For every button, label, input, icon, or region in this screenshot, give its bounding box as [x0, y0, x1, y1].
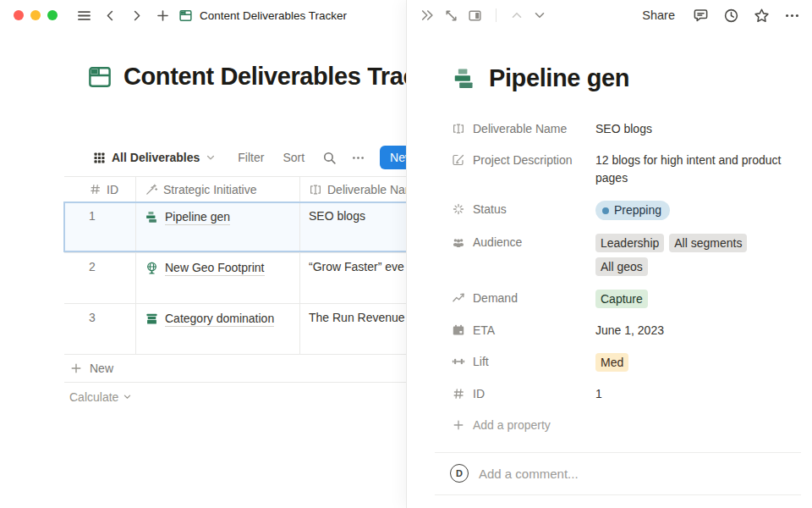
more-actions-icon[interactable] — [784, 8, 800, 24]
filter-button[interactable]: Filter — [238, 151, 264, 164]
close-peek-icon[interactable] — [420, 8, 435, 23]
window-controls — [14, 10, 58, 20]
next-record-icon[interactable] — [533, 8, 546, 22]
column-header-initiative[interactable]: Strategic Initiative — [135, 177, 299, 202]
status-spinner-icon — [452, 202, 465, 216]
wand-sparkle-icon — [145, 183, 158, 196]
database-icon — [178, 8, 193, 23]
demand-tag[interactable]: Capture — [595, 290, 648, 308]
zoom-window-button[interactable] — [47, 10, 58, 20]
cell-initiative[interactable]: New Geo Footprint — [135, 253, 299, 303]
page-link[interactable]: Pipeline gen — [165, 209, 230, 225]
new-row-label: New — [90, 362, 113, 375]
page-chip[interactable]: Pipeline gen — [145, 209, 299, 225]
page-link[interactable]: Category domination — [165, 311, 274, 327]
chevron-down-icon — [123, 392, 132, 401]
page-chip[interactable]: New Geo Footprint — [145, 260, 299, 276]
status-tag-label: Prepping — [614, 202, 661, 218]
page-link[interactable]: New Geo Footprint — [165, 260, 265, 276]
panel-toolbar-left — [420, 8, 546, 23]
search-icon[interactable] — [319, 147, 339, 168]
comment-input[interactable]: Add a comment... — [479, 467, 579, 481]
stack-page-icon — [145, 312, 159, 326]
view-tab-all-deliverables[interactable]: All Deliverables — [93, 151, 216, 164]
favorite-star-icon[interactable] — [754, 8, 770, 24]
hash-icon — [89, 183, 102, 196]
chevron-down-icon — [206, 152, 216, 163]
page-title[interactable]: Content Deliverables Tracker — [123, 63, 453, 91]
forward-icon[interactable] — [127, 6, 145, 25]
text-field-icon — [309, 183, 322, 196]
bar-chart-page-icon — [145, 210, 159, 224]
property-value: Prepping — [595, 201, 670, 220]
new-tab-icon[interactable] — [153, 6, 172, 25]
edit-pencil-icon — [452, 153, 465, 167]
people-icon — [452, 235, 465, 249]
tab-title: Content Deliverables Tracker — [200, 9, 347, 22]
nav-controls — [74, 6, 172, 25]
divider — [435, 494, 801, 495]
page-chip[interactable]: Category domination — [145, 311, 299, 327]
property-audience: Audience Leadership All segments All geo… — [452, 227, 801, 283]
property-id: ID 1 — [452, 378, 801, 410]
property-value[interactable]: SEO blogs — [595, 120, 652, 138]
property-label[interactable]: Status — [473, 201, 595, 218]
add-property-button[interactable]: Add a property — [452, 410, 801, 440]
property-label[interactable]: ID — [473, 385, 595, 402]
hamburger-menu-icon[interactable] — [74, 6, 93, 25]
property-demand: Demand Capture — [452, 283, 801, 315]
plus-icon — [69, 362, 83, 375]
table-view-icon — [93, 152, 106, 164]
text-field-icon — [452, 122, 465, 135]
minimize-window-button[interactable] — [30, 10, 41, 20]
hash-icon — [452, 387, 465, 400]
bar-chart-page-icon[interactable] — [452, 66, 477, 91]
previous-record-icon[interactable] — [510, 8, 524, 22]
property-project-description: Project Description 12 blogs for high in… — [452, 145, 801, 194]
back-icon[interactable] — [101, 6, 119, 25]
column-label-id: ID — [107, 183, 118, 196]
status-dot — [602, 207, 609, 214]
audience-tag[interactable]: Leadership — [595, 234, 664, 252]
panel-toolbar-right: Share — [642, 8, 800, 24]
comments-icon[interactable] — [693, 8, 709, 24]
property-label[interactable]: Project Description — [473, 152, 595, 168]
document-tab[interactable]: Content Deliverables Tracker — [178, 8, 347, 23]
panel-title-row: Pipeline gen — [452, 64, 801, 92]
lift-tag[interactable]: Med — [595, 353, 628, 372]
property-label[interactable]: Demand — [473, 290, 595, 306]
cell-id[interactable]: 3 — [64, 304, 135, 354]
column-header-id[interactable]: ID — [64, 177, 135, 202]
property-value[interactable]: 1 — [595, 385, 602, 403]
property-value: Capture — [595, 290, 648, 308]
share-button[interactable]: Share — [642, 8, 675, 22]
cell-initiative[interactable]: Pipeline gen — [135, 202, 299, 252]
audience-tag[interactable]: All geos — [595, 257, 648, 276]
cell-id[interactable]: 2 — [64, 253, 135, 303]
cell-initiative[interactable]: Category domination — [135, 304, 299, 354]
audience-tag[interactable]: All segments — [669, 234, 747, 252]
trend-chart-icon — [452, 291, 465, 305]
app-window: Content Deliverables Tracker Content Del… — [0, 0, 812, 508]
property-label[interactable]: ETA — [473, 322, 595, 339]
property-label[interactable]: Audience — [473, 234, 595, 251]
more-options-icon[interactable] — [348, 147, 368, 168]
view-name: All Deliverables — [112, 151, 200, 164]
expand-page-icon[interactable] — [444, 8, 458, 23]
property-label[interactable]: Lift — [473, 353, 595, 370]
property-value[interactable]: 12 blogs for high intent and product pag… — [595, 152, 792, 187]
property-value[interactable]: June 1, 2023 — [595, 322, 664, 340]
property-status: Status Prepping — [452, 194, 801, 227]
panel-page-title[interactable]: Pipeline gen — [489, 64, 629, 92]
property-label[interactable]: Deliverable Name — [473, 120, 595, 137]
plus-icon — [452, 418, 465, 432]
cell-id[interactable]: 1 — [64, 202, 135, 252]
history-clock-icon[interactable] — [723, 8, 739, 24]
page-database-icon[interactable] — [87, 64, 112, 90]
side-peek-mode-icon[interactable] — [468, 8, 482, 23]
sort-button[interactable]: Sort — [283, 151, 304, 164]
close-window-button[interactable] — [14, 10, 24, 20]
panel-toolbar: Share — [407, 0, 812, 30]
status-tag[interactable]: Prepping — [595, 201, 670, 220]
toolbar-divider — [496, 8, 497, 22]
